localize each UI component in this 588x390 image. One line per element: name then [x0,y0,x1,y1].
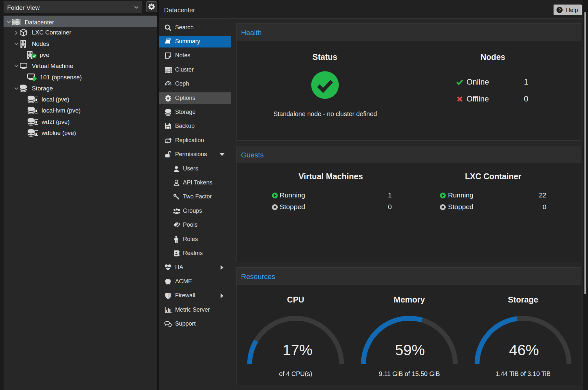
svg-text:?: ? [558,7,561,12]
